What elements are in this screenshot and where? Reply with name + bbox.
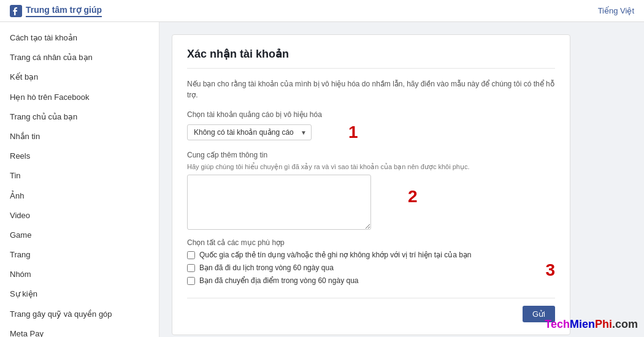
- dropdown-wrapper: Không có tài khoản quảng cáo ▼: [187, 124, 312, 140]
- sidebar-item[interactable]: Ảnh: [0, 186, 159, 206]
- sidebar-item[interactable]: Trang chủ của bạn: [0, 107, 159, 127]
- sidebar-item[interactable]: Sự kiện: [0, 284, 159, 304]
- checkboxes-list: Quốc gia cấp thẻ tín dụng và/hoặc thẻ gh…: [187, 251, 533, 289]
- checkboxes-label: Chọn tất cả các mục phù hợp: [187, 238, 555, 247]
- language-switcher[interactable]: Tiếng Việt: [598, 6, 634, 15]
- info-textarea[interactable]: [187, 175, 371, 230]
- dropdown-label: Chọn tài khoản quảng cáo bị vô hiệu hóa: [187, 110, 555, 119]
- card-footer: Gửi: [187, 298, 555, 322]
- card-description: Nếu bạn cho rằng tài khoản của mình bị v…: [187, 78, 555, 100]
- help-center-title: Trung tâm trợ giúp: [26, 5, 102, 17]
- card-title: Xác nhận tài khoản: [187, 47, 555, 69]
- sidebar-item[interactable]: Tin: [0, 166, 159, 186]
- checkbox-1[interactable]: [187, 251, 195, 259]
- checkbox-label-1: Quốc gia cấp thẻ tín dụng và/hoặc thẻ gh…: [199, 251, 472, 259]
- checkbox-3[interactable]: [187, 277, 195, 285]
- sidebar: Cách tạo tài khoảnTrang cá nhân của bạnK…: [0, 22, 159, 337]
- dropdown-section: Chọn tài khoản quảng cáo bị vô hiệu hóa …: [187, 110, 555, 142]
- top-bar: Trung tâm trợ giúp Tiếng Việt: [0, 0, 644, 22]
- checkbox-label-3: Bạn đã chuyển địa điểm trong vòng 60 ngà…: [199, 276, 359, 285]
- checkboxes-section: Chọn tất cả các mục phù hợp Quốc gia cấp…: [187, 238, 555, 289]
- sidebar-item[interactable]: Trang gây quỹ và quyền góp: [0, 305, 159, 324]
- textarea-hint: Hãy giúp chúng tôi hiểu chuyện gì đã xảy…: [187, 163, 555, 171]
- sidebar-item[interactable]: Nhóm: [0, 265, 159, 284]
- textarea-section: Cung cấp thêm thông tin Hãy giúp chúng t…: [187, 151, 555, 230]
- ad-account-dropdown[interactable]: Không có tài khoản quảng cáo: [187, 124, 312, 140]
- main-layout: Cách tạo tài khoảnTrang cá nhân của bạnK…: [0, 22, 644, 337]
- sidebar-item[interactable]: Reels: [0, 146, 159, 166]
- sidebar-item[interactable]: Video: [0, 206, 159, 225]
- checkbox-item-3[interactable]: Bạn đã chuyển địa điểm trong vòng 60 ngà…: [187, 276, 533, 285]
- checkbox-label-2: Bạn đã đi du lịch trong vòng 60 ngày qua: [199, 263, 334, 272]
- sidebar-item[interactable]: Kết bạn: [0, 67, 159, 87]
- sidebar-item[interactable]: Meta Pay: [0, 324, 159, 337]
- textarea-label: Cung cấp thêm thông tin: [187, 151, 555, 159]
- submit-button[interactable]: Gửi: [523, 306, 555, 322]
- sidebar-item[interactable]: Trang: [0, 245, 159, 265]
- sidebar-item[interactable]: Trang cá nhân của bạn: [0, 48, 159, 67]
- sidebar-item[interactable]: Cách tạo tài khoản: [0, 28, 159, 48]
- checkbox-2[interactable]: [187, 264, 195, 272]
- sidebar-item[interactable]: Nhắn tin: [0, 127, 159, 146]
- content-area: Xác nhận tài khoản Nếu bạn cho rằng tài …: [159, 22, 644, 337]
- top-bar-left: Trung tâm trợ giúp: [10, 5, 102, 17]
- step-number-3: 3: [545, 260, 555, 280]
- sidebar-item[interactable]: Hẹn hò trên Facebook: [0, 88, 159, 107]
- checkbox-item-1[interactable]: Quốc gia cấp thẻ tín dụng và/hoặc thẻ gh…: [187, 251, 533, 259]
- facebook-icon: [10, 5, 22, 17]
- sidebar-item[interactable]: Game: [0, 225, 159, 245]
- form-card: Xác nhận tài khoản Nếu bạn cho rằng tài …: [172, 34, 570, 335]
- step-number-2: 2: [408, 187, 418, 206]
- checkbox-item-2[interactable]: Bạn đã đi du lịch trong vòng 60 ngày qua: [187, 263, 533, 272]
- step-number-1: 1: [348, 123, 358, 142]
